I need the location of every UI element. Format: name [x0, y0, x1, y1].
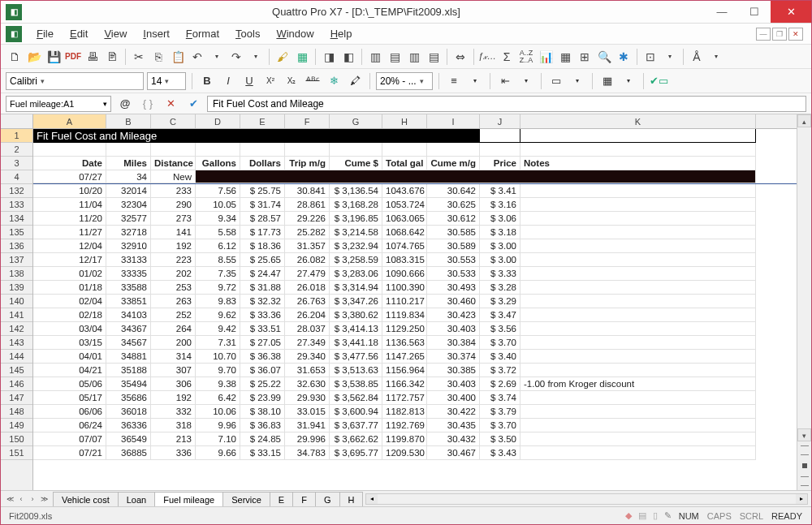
cell[interactable]: $ 3.70	[480, 419, 520, 432]
check-edit-icon[interactable]: ✔▭	[650, 72, 667, 90]
cell[interactable]: $ 3,283.06	[330, 267, 382, 281]
row-header[interactable]: 136	[1, 239, 32, 253]
cell[interactable]: 26.018	[285, 281, 330, 295]
font-name-combo[interactable]: Calibri▾	[6, 72, 144, 90]
cell[interactable]: 32577	[106, 212, 151, 226]
cell[interactable]: 5.58	[196, 226, 240, 239]
cell[interactable]: 32910	[106, 239, 151, 253]
italic-button[interactable]: I	[219, 72, 237, 90]
cell[interactable]: 200	[151, 336, 196, 350]
cell[interactable]	[520, 295, 756, 308]
col-header-J[interactable]: J	[480, 114, 520, 128]
cell[interactable]: 11/27	[33, 226, 106, 239]
sheet-tab-f[interactable]: F	[292, 492, 316, 506]
cell[interactable]: 8.55	[196, 253, 240, 267]
row-header[interactable]: 140	[1, 295, 32, 308]
cell[interactable]: $ 3.28	[480, 281, 520, 295]
cell[interactable]	[520, 308, 756, 322]
cell[interactable]: $ 3,196.85	[330, 212, 382, 226]
cell[interactable]: 33.015	[285, 405, 330, 419]
star-icon[interactable]: ✱	[615, 48, 633, 66]
cell[interactable]: 10.06	[196, 405, 240, 419]
cell[interactable]: 306	[151, 377, 196, 391]
cell[interactable]: $ 3.00	[480, 239, 520, 253]
undo-dropdown-icon[interactable]: ▾	[208, 48, 226, 66]
cell[interactable]: 1068.642	[382, 226, 427, 239]
cell[interactable]: $ 3.00	[480, 253, 520, 267]
cell[interactable]: 30.467	[427, 446, 480, 460]
confirm-entry-icon[interactable]: ✔	[184, 95, 202, 113]
cell[interactable]	[196, 143, 240, 157]
cell[interactable]: 29.996	[285, 432, 330, 446]
cell[interactable]: 26.204	[285, 308, 330, 322]
cell[interactable]: 30.384	[427, 336, 480, 350]
cell[interactable]	[520, 405, 756, 419]
cell[interactable]: 30.589	[427, 239, 480, 253]
cell[interactable]: 12/04	[33, 239, 106, 253]
cell[interactable]: 32.630	[285, 377, 330, 391]
erase2-icon[interactable]: ◧	[339, 48, 357, 66]
table-icon[interactable]: ▦	[556, 48, 574, 66]
cell[interactable]: $ 3.70	[480, 336, 520, 350]
cell[interactable]: $ 3.79	[480, 405, 520, 419]
cell[interactable]: 1129.250	[382, 322, 427, 336]
cell[interactable]: 33133	[106, 253, 151, 267]
cell[interactable]: 25.282	[285, 226, 330, 239]
cell[interactable]: 233	[151, 184, 196, 198]
cell[interactable]: Fit Fuel Cost and Mileage	[33, 129, 480, 143]
cell[interactable]	[520, 446, 756, 460]
cell[interactable]: 33588	[106, 281, 151, 295]
cell[interactable]: $ 3.29	[480, 295, 520, 308]
cell[interactable]: 7.31	[196, 336, 240, 350]
cell[interactable]: 36018	[106, 405, 151, 419]
sheet-tab-g[interactable]: G	[315, 492, 340, 506]
cell[interactable]: 30.403	[427, 322, 480, 336]
cell[interactable]: 192	[151, 391, 196, 405]
cell[interactable]: 30.553	[427, 253, 480, 267]
scroll-right-icon[interactable]: ▸	[796, 494, 807, 504]
cell[interactable]: $ 27.05	[240, 336, 285, 350]
row-header[interactable]: 144	[1, 350, 32, 364]
col-header-A[interactable]: A	[33, 114, 106, 128]
cell[interactable]: 9.83	[196, 295, 240, 308]
cell[interactable]: 02/18	[33, 308, 106, 322]
cell[interactable]: 30.400	[427, 391, 480, 405]
cell[interactable]: 9.72	[196, 281, 240, 295]
cell[interactable]	[480, 143, 520, 157]
cell[interactable]	[520, 267, 756, 281]
border-icon[interactable]: ▭	[547, 72, 565, 90]
cell[interactable]: 30.385	[427, 364, 480, 377]
cell[interactable]	[151, 143, 196, 157]
cell[interactable]	[520, 419, 756, 432]
cell[interactable]: $ 33.51	[240, 322, 285, 336]
cell[interactable]: 28.037	[285, 322, 330, 336]
cell[interactable]: 34.783	[285, 446, 330, 460]
cell[interactable]: 9.70	[196, 364, 240, 377]
cell[interactable]: 1119.834	[382, 308, 427, 322]
row-header[interactable]: 150	[1, 432, 32, 446]
cellfmt-dropdown[interactable]: ▾	[620, 72, 637, 90]
row-header[interactable]: 146	[1, 377, 32, 391]
horizontal-scrollbar[interactable]: ◂ ▸	[365, 493, 808, 505]
cell[interactable]: $ 3,258.59	[330, 253, 382, 267]
cell[interactable]	[330, 143, 382, 157]
cell[interactable]: 1090.666	[382, 267, 427, 281]
col-header-G[interactable]: G	[330, 114, 382, 128]
cell[interactable]: $ 3.40	[480, 350, 520, 364]
cell[interactable]: 9.62	[196, 308, 240, 322]
row-header[interactable]: 3	[1, 157, 32, 170]
cell[interactable]	[240, 143, 285, 157]
cell[interactable]: $ 3.18	[480, 226, 520, 239]
cell[interactable]: $ 3,232.94	[330, 239, 382, 253]
cell[interactable]	[427, 143, 480, 157]
menu-edit[interactable]: Edit	[62, 26, 96, 41]
cell[interactable]: 6.42	[196, 391, 240, 405]
cell[interactable]: 1053.724	[382, 198, 427, 212]
cell[interactable]	[520, 212, 756, 226]
bold-button[interactable]: B	[198, 72, 216, 90]
tab-last-icon[interactable]: ≫	[38, 495, 50, 503]
cell[interactable]: 30.432	[427, 432, 480, 446]
cell[interactable]: 10.05	[196, 198, 240, 212]
cell[interactable]: $ 3,314.94	[330, 281, 382, 295]
cell[interactable]: 34367	[106, 322, 151, 336]
